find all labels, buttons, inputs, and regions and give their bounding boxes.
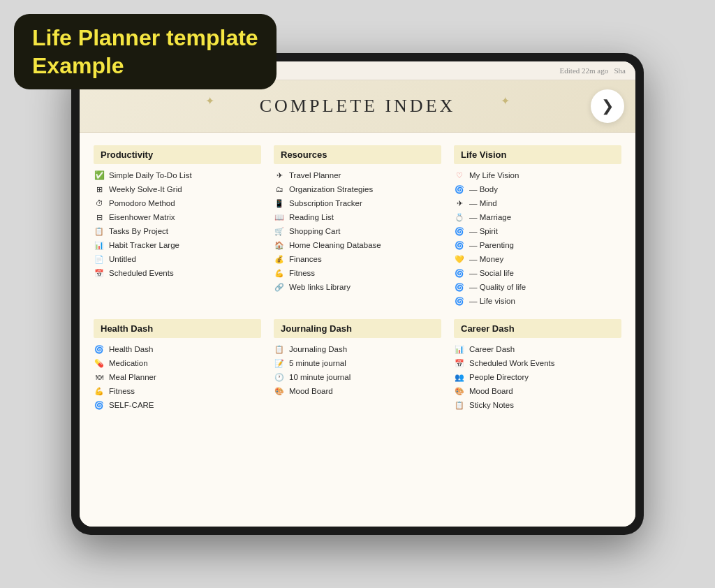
- org-icon: 🗂: [274, 184, 285, 195]
- workevents-icon: 📅: [454, 358, 465, 369]
- clipboard-icon: 📋: [94, 226, 105, 237]
- career-dash-header: Career Dash: [454, 319, 621, 338]
- list-item[interactable]: 📊Career Dash: [454, 344, 621, 355]
- top-bar-right: Edited 22m ago Sha: [560, 66, 626, 75]
- heart-icon: ♡: [454, 170, 465, 181]
- finance-icon: 💰: [274, 253, 285, 265]
- web-icon: 🔗: [274, 281, 285, 293]
- grid-icon: ⊞: [94, 184, 105, 195]
- chart-icon: 📊: [94, 240, 105, 251]
- meal-icon: 🍽: [94, 372, 105, 383]
- list-item[interactable]: 📝5 minute journal: [274, 358, 441, 369]
- edited-timestamp: Edited 22m ago: [560, 66, 609, 75]
- list-item[interactable]: 📊Habit Tracker Large: [94, 240, 261, 251]
- travel-icon: ✈: [274, 170, 285, 181]
- home-icon: 🏠: [274, 240, 285, 251]
- title-badge: Life Planner template Example: [14, 14, 277, 89]
- social-icon: 🌀: [454, 267, 465, 279]
- list-item[interactable]: 📄Untitled: [94, 253, 261, 265]
- list-item[interactable]: 💰Finances: [274, 253, 441, 265]
- list-item[interactable]: 📅Scheduled Work Events: [454, 358, 621, 369]
- check-icon: ✅: [94, 170, 105, 181]
- journaling-dash-list: 📋Journaling Dash 📝5 minute journal 🕐10 m…: [274, 344, 441, 397]
- life-vision-section: Life Vision ♡My Life Vision 🌀— Body ✈— M…: [454, 145, 621, 307]
- list-item[interactable]: 🌀— Quality of life: [454, 281, 621, 293]
- index-title: COMPLETE INDEX: [94, 96, 621, 117]
- health-dash-header: Health Dash: [94, 319, 261, 338]
- untitled-icon: 📄: [94, 253, 105, 265]
- health-dash-list: 🌀Health Dash 💊Medication 🍽Meal Planner 💪…: [94, 344, 261, 411]
- life-vision-list: ♡My Life Vision 🌀— Body ✈— Mind 💍— Marri…: [454, 170, 621, 307]
- quality-icon: 🌀: [454, 281, 465, 293]
- subscription-icon: 📱: [274, 198, 285, 209]
- marriage-icon: 💍: [454, 212, 465, 223]
- list-item[interactable]: 📖Reading List: [274, 212, 441, 223]
- list-item[interactable]: 🔗Web links Library: [274, 281, 441, 293]
- list-item[interactable]: 🕐10 minute journal: [274, 372, 441, 383]
- list-item[interactable]: ✅Simple Daily To-Do List: [94, 170, 261, 181]
- list-item[interactable]: 📋Tasks By Project: [94, 226, 261, 237]
- list-item[interactable]: 🌀— Spirit: [454, 226, 621, 237]
- list-item[interactable]: 🗂Organization Strategies: [274, 184, 441, 195]
- list-item[interactable]: ♡My Life Vision: [454, 170, 621, 181]
- list-item[interactable]: 👥People Directory: [454, 372, 621, 383]
- list-item[interactable]: 🍽Meal Planner: [94, 372, 261, 383]
- list-item[interactable]: 📱Subscription Tracker: [274, 198, 441, 209]
- list-item[interactable]: 🛒Shopping Cart: [274, 226, 441, 237]
- timer-icon: ⏱: [94, 198, 105, 209]
- moodboard-career-icon: 🎨: [454, 385, 465, 397]
- selfcare-icon: 🌀: [94, 399, 105, 411]
- list-item[interactable]: 🌀— Social life: [454, 267, 621, 279]
- list-item[interactable]: 📋Journaling Dash: [274, 344, 441, 355]
- careerdash-icon: 📊: [454, 344, 465, 355]
- list-item[interactable]: ⊟Eisenhower Matrix: [94, 212, 261, 223]
- list-item[interactable]: ⏱Pomodoro Method: [94, 198, 261, 209]
- list-item[interactable]: 🌀— Life vision: [454, 295, 621, 307]
- list-item[interactable]: 💊Medication: [94, 358, 261, 369]
- matrix-icon: ⊟: [94, 212, 105, 223]
- stickynotes-icon: 📋: [454, 399, 465, 411]
- list-item[interactable]: 💪Fitness: [94, 385, 261, 397]
- resources-list: ✈Travel Planner 🗂Organization Strategies…: [274, 170, 441, 293]
- mind-icon: ✈: [454, 198, 465, 209]
- index-grid: Productivity ✅Simple Daily To-Do List ⊞W…: [94, 145, 621, 411]
- people-icon: 👥: [454, 372, 465, 383]
- list-item[interactable]: ⊞Weekly Solve-It Grid: [94, 184, 261, 195]
- list-item[interactable]: 🌀Health Dash: [94, 344, 261, 355]
- lifevision-icon: 🌀: [454, 295, 465, 307]
- resources-section: Resources ✈Travel Planner 🗂Organization …: [274, 145, 441, 307]
- career-dash-section: Career Dash 📊Career Dash 📅Scheduled Work…: [454, 319, 621, 411]
- spirit-icon: 🌀: [454, 226, 465, 237]
- journaling-dash-header: Journaling Dash: [274, 319, 441, 338]
- calendar-icon: 📅: [94, 267, 105, 279]
- list-item[interactable]: 📋Sticky Notes: [454, 399, 621, 411]
- star-left-icon: ✦: [205, 94, 214, 108]
- list-item[interactable]: ✈— Mind: [454, 198, 621, 209]
- list-item[interactable]: 🎨Mood Board: [274, 385, 441, 397]
- tablet-screen: + ⚙ 🏠 Life Planner 🔒 Locked Edited 22m a…: [80, 61, 635, 527]
- list-item[interactable]: 🌀— Body: [454, 184, 621, 195]
- body-icon: 🌀: [454, 184, 465, 195]
- list-item[interactable]: ✈Travel Planner: [274, 170, 441, 181]
- list-item[interactable]: 📅Scheduled Events: [94, 267, 261, 279]
- share-button[interactable]: Sha: [614, 66, 626, 75]
- resources-header: Resources: [274, 145, 441, 164]
- list-item[interactable]: 💍— Marriage: [454, 212, 621, 223]
- life-vision-header: Life Vision: [454, 145, 621, 164]
- career-dash-list: 📊Career Dash 📅Scheduled Work Events 👥Peo…: [454, 344, 621, 411]
- tablet-frame: + ⚙ 🏠 Life Planner 🔒 Locked Edited 22m a…: [71, 53, 644, 535]
- list-item[interactable]: 🎨Mood Board: [454, 385, 621, 397]
- list-item[interactable]: 💛— Money: [454, 253, 621, 265]
- healthdash-icon: 🌀: [94, 344, 105, 355]
- health-fitness-icon: 💪: [94, 385, 105, 397]
- list-item[interactable]: 🌀SELF-CARE: [94, 399, 261, 411]
- productivity-list: ✅Simple Daily To-Do List ⊞Weekly Solve-I…: [94, 170, 261, 279]
- list-item[interactable]: 💪Fitness: [274, 267, 441, 279]
- journal5-icon: 📝: [274, 358, 285, 369]
- productivity-section: Productivity ✅Simple Daily To-Do List ⊞W…: [94, 145, 261, 307]
- nav-arrow-button[interactable]: ❯: [591, 89, 624, 123]
- list-item[interactable]: 🏠Home Cleaning Database: [274, 240, 441, 251]
- list-item[interactable]: 🌀— Parenting: [454, 240, 621, 251]
- title-line2: Example: [32, 53, 124, 78]
- content-area: Productivity ✅Simple Daily To-Do List ⊞W…: [80, 133, 635, 527]
